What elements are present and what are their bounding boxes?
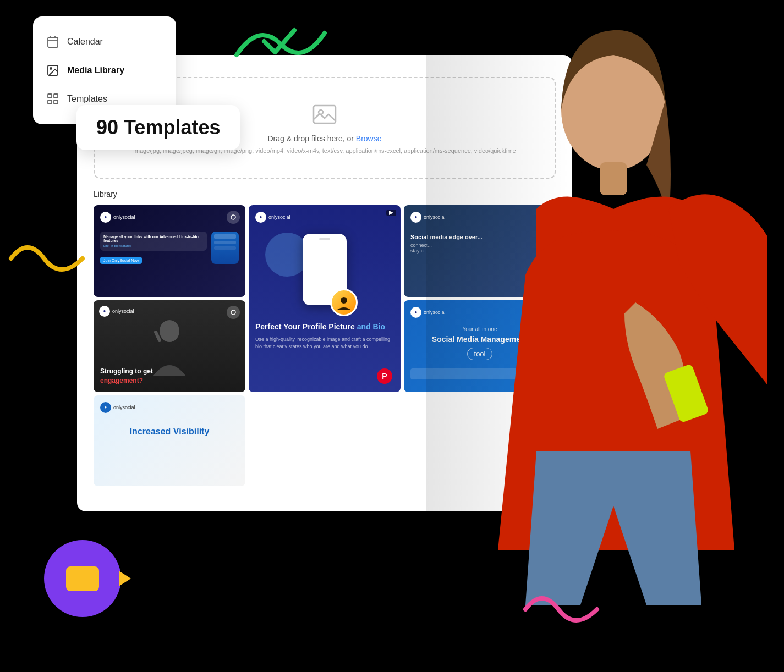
media-item-visibility[interactable]: ● onlysocial Increased Visibility <box>94 395 245 486</box>
struggling-text: Struggling to getengagement? <box>100 367 153 385</box>
calendar-icon <box>46 35 59 48</box>
image-icon <box>46 64 59 77</box>
svg-point-4 <box>341 297 347 304</box>
person-photo-overlay <box>426 0 784 672</box>
visibility-heading: Increased Visibility <box>100 427 239 437</box>
video-triangle-icon <box>119 571 131 586</box>
video-icon-container <box>66 566 99 591</box>
browse-link[interactable]: Browse <box>356 134 382 143</box>
struggling-overlay-text: Struggling to getengagement? <box>100 367 153 385</box>
card-cta-button[interactable]: Join OnlySocial Now <box>100 257 142 264</box>
media-library-label: Media Library <box>67 65 124 75</box>
onlysocial-logo-2: ● onlysocial <box>255 212 394 223</box>
svg-line-7 <box>156 332 160 340</box>
card-link-text: Link-in-bio features <box>103 244 204 247</box>
profile-heading: Perfect Your Profile Picture and Bio <box>255 322 394 332</box>
dropdown-item-media-library[interactable]: Media Library <box>33 56 176 85</box>
media-item-struggling[interactable]: ● onlysocial Struggling to getengagement… <box>94 300 245 392</box>
svg-point-8 <box>231 310 235 315</box>
person-silhouette-svg <box>426 0 784 672</box>
svg-rect-10 <box>48 37 58 47</box>
onlysocial-logo-1: ● onlysocial <box>100 212 239 223</box>
media-item-profile[interactable]: ● onlysocial Perfect Your Profile Pictur… <box>249 205 401 392</box>
struggling-accent: engagement? <box>100 377 143 384</box>
video-rectangle-icon <box>66 566 99 591</box>
templates-icon <box>46 92 59 106</box>
templates-count: 90 Templates <box>96 116 220 139</box>
svg-marker-3 <box>389 211 393 215</box>
logo-icon-6: ● <box>100 402 111 413</box>
logo-icon-1: ● <box>100 212 111 223</box>
templates-label: Templates <box>67 94 107 104</box>
logo-text-1: onlysocial <box>113 214 135 220</box>
logo-text-2: onlysocial <box>268 214 290 220</box>
onlysocial-logo-6: ● onlysocial <box>100 402 239 413</box>
card-heading-1: Manage all your links with our Advanced … <box>103 235 204 243</box>
visibility-content: Increased Visibility <box>100 427 239 437</box>
profile-description: Use a high-quality, recognizable image a… <box>255 336 394 351</box>
pinterest-icon: P <box>377 368 392 384</box>
logo-icon-5: ● <box>410 307 421 318</box>
card-circle-badge-4 <box>227 306 240 319</box>
purple-video-circle <box>44 540 121 617</box>
svg-point-6 <box>160 320 179 342</box>
svg-rect-16 <box>48 94 52 98</box>
upload-image-icon <box>311 100 338 128</box>
svg-rect-21 <box>600 162 627 195</box>
svg-rect-0 <box>314 106 336 123</box>
logo-icon-2: ● <box>255 212 266 223</box>
svg-rect-17 <box>54 94 58 98</box>
logo-text-6: onlysocial <box>113 405 135 410</box>
media-item-link-bio[interactable]: ● onlysocial Manage all your links with … <box>94 205 245 297</box>
dropdown-item-calendar[interactable]: Calendar <box>33 27 176 56</box>
phone-mockup <box>303 234 347 305</box>
svg-rect-19 <box>54 100 58 104</box>
svg-point-15 <box>50 68 52 69</box>
logo-icon-3: ● <box>410 212 421 223</box>
profile-heading-accent: and Bio <box>357 322 385 331</box>
calendar-label: Calendar <box>67 37 103 47</box>
svg-rect-18 <box>48 100 52 104</box>
svg-point-2 <box>231 215 235 219</box>
avatar-circle <box>330 289 358 316</box>
card-content-area: Manage all your links with our Advanced … <box>100 232 239 264</box>
phone-preview <box>211 232 239 264</box>
card-circle-badge-1 <box>227 211 240 224</box>
video-indicator-2 <box>386 210 396 216</box>
profile-card-text: Perfect Your Profile Picture and Bio Use… <box>255 322 394 351</box>
templates-badge: 90 Templates <box>76 105 240 150</box>
